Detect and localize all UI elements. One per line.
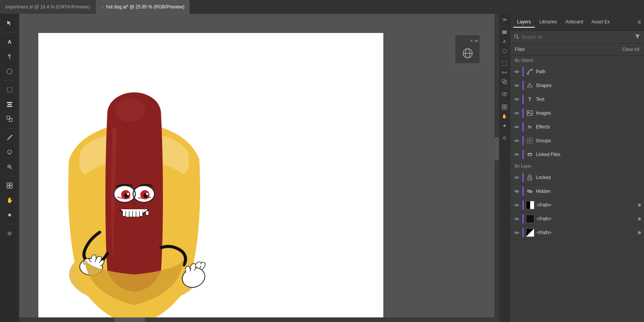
eye-icon-images[interactable] (513, 110, 520, 117)
grid-tool-btn[interactable] (3, 179, 16, 192)
svg-point-71 (516, 126, 518, 128)
select-tool-btn[interactable] (3, 16, 16, 30)
path2-name: <Path> (537, 216, 636, 222)
svg-rect-0 (7, 87, 12, 92)
svg-rect-3 (7, 106, 12, 107)
eye-icon-linked-files[interactable] (513, 151, 520, 158)
purple-indicator (522, 228, 524, 237)
svg-rect-74 (530, 138, 532, 140)
svg-rect-16 (10, 186, 12, 188)
layer-name-path: Path (536, 69, 641, 74)
pen-tool-btn[interactable] (3, 131, 16, 145)
ellipse-tool-btn[interactable]: ◯ (3, 64, 16, 78)
connect-mini-btn[interactable] (500, 68, 509, 77)
text-mini-btn[interactable]: A (500, 37, 509, 46)
eye-icon-path3[interactable] (513, 229, 520, 236)
clubs-mini-btn[interactable]: ♣ (500, 121, 509, 130)
layer-item-hidden[interactable]: Hidden (510, 184, 644, 198)
tab-asset-ex[interactable]: Asset Ex (588, 17, 613, 28)
align-tool-btn[interactable] (3, 97, 16, 111)
tab-bar: experiment.ai @ 16.4 % (CMYK/Preview) ✕ … (0, 0, 644, 14)
tab-label: hot dog.ai* @ 25.85 % (RGB/Preview) (106, 4, 184, 10)
layer-path-item-1[interactable]: <Path> (510, 198, 644, 212)
layers-mini-btn[interactable] (500, 28, 509, 36)
tab-artboard[interactable]: Artboard (562, 17, 587, 28)
eye-icon-groups[interactable] (513, 137, 520, 144)
tab-experiment[interactable]: experiment.ai @ 16.4 % (CMYK/Preview) (0, 0, 95, 14)
selection-tool-btn[interactable] (3, 83, 16, 97)
layer-name-groups: Groups (536, 138, 641, 143)
svg-rect-52 (502, 105, 504, 107)
svg-rect-13 (7, 183, 9, 185)
panel-more-menu[interactable]: ≡ (637, 19, 641, 26)
hidden-type-icon (526, 187, 534, 195)
svg-point-86 (516, 218, 518, 220)
purple-indicator (522, 108, 524, 118)
filter-funnel-icon[interactable] (635, 34, 640, 40)
grid-mini-btn[interactable] (500, 103, 509, 111)
tab-libraries[interactable]: Libraries (536, 17, 561, 28)
hand-mini-btn[interactable]: ✋ (500, 112, 509, 120)
path-type-icon (526, 68, 534, 76)
layer-item-text[interactable]: T Text (510, 92, 644, 106)
eye-icon-effects[interactable] (513, 123, 520, 130)
sun-btn[interactable] (3, 227, 16, 240)
layer-item-path[interactable]: Path (510, 65, 644, 79)
layer-item-linked-files[interactable]: Linked Files (510, 148, 644, 161)
panel-expand-icon[interactable]: ≫ (474, 39, 478, 43)
tab-layers[interactable]: Layers (513, 17, 535, 28)
svg-rect-73 (527, 138, 529, 140)
h-scrollbar[interactable] (19, 317, 495, 322)
transform-mini-btn[interactable] (500, 77, 509, 86)
svg-rect-5 (9, 118, 12, 122)
select-mini-btn[interactable] (500, 59, 509, 67)
svg-rect-15 (7, 186, 9, 188)
images-type-icon (526, 109, 534, 117)
layer-item-effects[interactable]: fx Effects (510, 120, 644, 134)
sun-mini-btn[interactable] (500, 134, 509, 142)
eye-icon-path2[interactable] (513, 215, 520, 222)
shape-mini-btn[interactable]: ◯ (500, 46, 509, 55)
hand-tool-btn[interactable]: ✋ (3, 193, 16, 207)
layer-path-item-3[interactable]: <Path> (510, 226, 644, 240)
eye-icon-path[interactable] (513, 68, 520, 75)
svg-point-78 (516, 177, 518, 178)
svg-point-6 (12, 135, 13, 136)
paragraph-tool-btn[interactable]: ¶ (3, 49, 16, 63)
svg-rect-1 (7, 102, 12, 103)
svg-point-80 (529, 178, 531, 179)
clear-all-button[interactable]: Clear All (622, 47, 639, 52)
eye-icon-path1[interactable] (513, 202, 520, 209)
left-toolbar: A ¶ ◯ (0, 14, 19, 322)
svg-point-77 (516, 154, 518, 155)
eye-icon-text[interactable] (513, 96, 520, 103)
side-mini-toolbar: ≫ A ◯ (499, 14, 510, 322)
3d-mini-btn[interactable] (500, 90, 509, 99)
search-input[interactable] (521, 34, 632, 40)
tab-hotdog[interactable]: ✕ hot dog.ai* @ 25.85 % (RGB/Preview) (95, 0, 190, 14)
v-scrollbar[interactable] (495, 14, 499, 322)
panel-close-icon[interactable]: ✕ (470, 39, 473, 43)
svg-line-10 (10, 168, 12, 169)
collapse-panels-btn[interactable]: ≫ (500, 15, 509, 24)
shape-builder-btn[interactable] (3, 112, 16, 126)
layer-item-shapes[interactable]: Shapes (510, 79, 644, 92)
eye-icon-shapes[interactable] (513, 82, 520, 89)
layer-item-images[interactable]: Images (510, 106, 644, 120)
eye-icon-locked[interactable] (513, 174, 520, 181)
layer-name-linked-files: Linked Files (536, 152, 641, 157)
filter-header: Filter Clear All (510, 44, 644, 56)
type-tool-btn[interactable]: A (3, 35, 16, 49)
clubs-icon-btn[interactable]: ♣ (3, 208, 16, 222)
layer-path-item-2[interactable]: <Path> (510, 212, 644, 226)
layer-item-groups[interactable]: Groups (510, 134, 644, 148)
path3-name: <Path> (537, 230, 636, 235)
zoom-tool-btn[interactable] (3, 160, 16, 174)
svg-point-46 (505, 72, 507, 73)
eye-icon-hidden[interactable] (513, 188, 520, 195)
layer-item-locked[interactable]: Locked (510, 171, 644, 184)
path1-name: <Path> (537, 202, 636, 208)
paint-tool-btn[interactable] (3, 145, 16, 159)
svg-point-66 (516, 85, 518, 86)
tab-close-icon[interactable]: ✕ (101, 5, 104, 9)
